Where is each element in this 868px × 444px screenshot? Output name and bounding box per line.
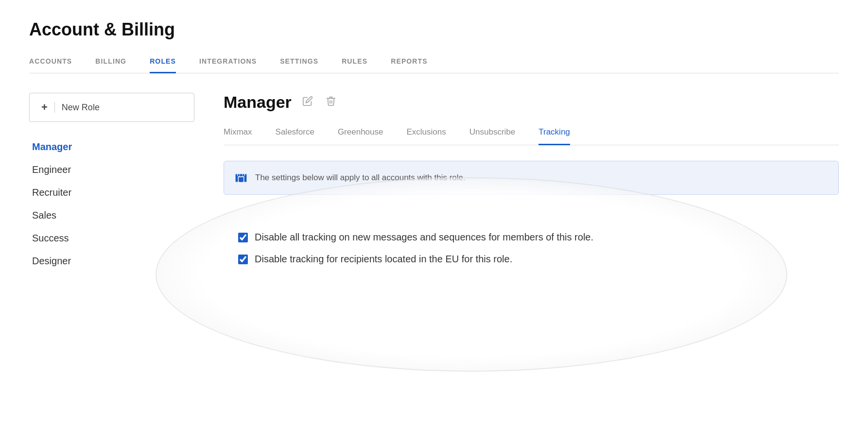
tab-roles[interactable]: ROLES [150,57,176,73]
delete-role-button[interactable] [324,94,338,111]
role-item-sales[interactable]: Sales [29,205,194,226]
subtab-greenhouse[interactable]: Greenhouse [338,127,383,145]
svg-rect-4 [238,174,240,176]
role-item-designer[interactable]: Designer [29,251,194,272]
disable-eu-tracking-checkbox[interactable]: Disable tracking for recipients located … [238,254,824,265]
tab-settings[interactable]: SETTINGS [280,57,318,73]
main-content: + New Role Manager Engineer Recruiter Sa… [29,93,839,308]
tracking-settings: Disable all tracking on new messages and… [224,212,839,308]
disable-all-tracking-checkbox[interactable]: Disable all tracking on new messages and… [238,232,824,243]
svg-rect-6 [245,174,246,176]
tab-integrations[interactable]: INTEGRATIONS [199,57,257,73]
tab-accounts[interactable]: ACCOUNTS [29,57,72,73]
new-role-label: New Role [62,102,100,113]
svg-rect-3 [236,174,237,176]
page-title: Account & Billing [29,19,839,40]
subtab-mixmax[interactable]: Mixmax [224,127,252,145]
role-item-manager[interactable]: Manager [29,137,194,157]
button-divider [54,102,55,113]
role-header: Manager [224,93,839,112]
subtab-tracking[interactable]: Tracking [538,127,570,145]
role-item-engineer[interactable]: Engineer [29,159,194,180]
info-banner: The settings below will apply to all acc… [224,161,839,195]
subtab-unsubscribe[interactable]: Unsubscribe [469,127,516,145]
svg-rect-5 [243,174,244,176]
top-nav: ACCOUNTS BILLING ROLES INTEGRATIONS SETT… [29,57,839,73]
tab-reports[interactable]: REPORTS [391,57,428,73]
role-item-success[interactable]: Success [29,228,194,249]
role-item-recruiter[interactable]: Recruiter [29,182,194,203]
right-panel: Manager [224,93,839,308]
subtab-exclusions[interactable]: Exclusions [406,127,446,145]
plus-icon: + [41,101,48,114]
subtab-salesforce[interactable]: Salesforce [276,127,314,145]
sidebar: + New Role Manager Engineer Recruiter Sa… [29,93,194,308]
new-role-button[interactable]: + New Role [29,93,194,122]
role-title: Manager [224,93,292,112]
spotlight-overlay [156,177,787,372]
tab-rules[interactable]: RULES [342,57,367,73]
edit-role-button[interactable] [300,94,315,111]
svg-rect-0 [236,175,238,182]
castle-icon [235,170,247,186]
info-banner-text: The settings below will apply to all acc… [255,173,466,183]
svg-rect-8 [240,180,243,182]
svg-rect-7 [240,174,243,176]
disable-eu-tracking-label: Disable tracking for recipients located … [255,254,512,265]
svg-rect-1 [244,175,247,182]
disable-eu-tracking-input[interactable] [238,255,248,264]
disable-all-tracking-input[interactable] [238,233,248,242]
role-list: Manager Engineer Recruiter Sales Success… [29,137,194,272]
disable-all-tracking-label: Disable all tracking on new messages and… [255,232,593,243]
sub-nav: Mixmax Salesforce Greenhouse Exclusions … [224,127,839,145]
checkbox-list: Disable all tracking on new messages and… [238,227,824,270]
tab-billing[interactable]: BILLING [95,57,126,73]
